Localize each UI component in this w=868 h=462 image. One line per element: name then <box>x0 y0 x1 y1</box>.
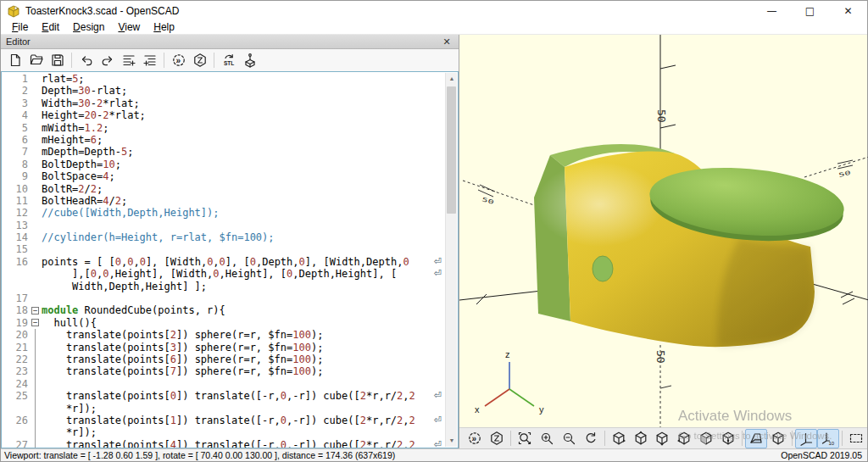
scrollbar-thumb[interactable] <box>447 86 456 214</box>
reset-view-button[interactable] <box>580 429 602 448</box>
view-back-button[interactable] <box>717 429 739 448</box>
openscad-window: ToasterKnock3.scad - OpenSCAD — □ ✕ File… <box>0 0 868 462</box>
scroll-up-icon[interactable]: ▲ <box>446 73 458 85</box>
indent-icon <box>142 53 158 68</box>
view-front-icon <box>698 431 714 446</box>
code-row[interactable]: 23 translate(points[7]) sphere(r=r, $fn=… <box>2 365 445 377</box>
editor-scrollbar[interactable]: ▲ ▼ <box>445 73 457 447</box>
preview-button[interactable]: » <box>464 429 486 448</box>
code-row[interactable]: *r]); <box>2 426 445 438</box>
view-all-icon <box>849 431 864 446</box>
menu-design[interactable]: Design <box>66 21 111 33</box>
editor-close-button[interactable]: ✕ <box>440 36 453 47</box>
undo-button[interactable] <box>75 51 97 70</box>
toolbar-separator <box>510 431 511 446</box>
code-row[interactable]: 22 translate(points[6]) sphere(r=r, $fn=… <box>2 353 445 365</box>
code-row[interactable]: 27 translate(points[4]) translate([-r,0,… <box>2 439 445 448</box>
code-row[interactable]: 13 <box>2 220 445 231</box>
code-row[interactable]: Width,Depth,Height] ]; <box>2 281 445 292</box>
code-row[interactable]: 19− hull(){ <box>2 317 445 329</box>
view-bottom-button[interactable] <box>652 429 674 448</box>
code-row[interactable]: 24 <box>2 378 445 390</box>
fold-marker-icon[interactable]: − <box>31 319 39 326</box>
code-row[interactable]: 10BoltR=2/2; <box>2 183 445 195</box>
zoom-all-button[interactable] <box>514 429 536 448</box>
code-row[interactable]: 25 translate(points[0]) translate([-r,0,… <box>2 390 445 402</box>
code-row[interactable]: 5mWidth=1.2; <box>2 122 445 134</box>
code-row[interactable]: 20 translate(points[2]) sphere(r=r, $fn=… <box>2 329 445 341</box>
open-file-button[interactable] <box>25 51 47 70</box>
view-right-button[interactable] <box>608 429 630 448</box>
code-text: ],[0,0,Height], [Width,0,Height], [0,Dep… <box>42 268 397 280</box>
code-row[interactable]: 17 <box>2 292 445 304</box>
line-number: 19 <box>2 317 31 329</box>
code-text: rlat=5; <box>42 73 85 85</box>
code-row[interactable]: 18−module RoundedCube(points, r){ <box>2 304 445 316</box>
menu-help[interactable]: Help <box>147 21 181 33</box>
code-text: Width,Depth,Height] ]; <box>42 281 207 292</box>
code-row[interactable]: 8BoltDepth=10; <box>2 159 445 170</box>
code-row[interactable]: 2Depth=30-rlat; <box>2 85 445 97</box>
line-number: 22 <box>2 353 31 365</box>
zoom-in-button[interactable] <box>536 429 558 448</box>
unindent-button[interactable] <box>118 51 139 70</box>
render-button[interactable] <box>189 51 210 70</box>
orthogonal-button[interactable] <box>767 429 789 448</box>
code-row[interactable]: 11BoltHeadR=4/2; <box>2 195 445 207</box>
code-row[interactable]: 4Height=20-2*rlat; <box>2 109 445 121</box>
close-button[interactable]: ✕ <box>829 1 867 20</box>
line-number: 15 <box>2 243 31 255</box>
perspective-button[interactable] <box>745 429 767 448</box>
render-canvas[interactable]: 50 50 50 <box>459 35 867 427</box>
scroll-down-icon[interactable]: ▼ <box>446 435 458 447</box>
code-editor[interactable]: 1rlat=5;2Depth=30-rlat;3Width=30-2*rlat;… <box>1 71 459 448</box>
line-number <box>2 268 31 280</box>
maximize-button[interactable]: □ <box>791 1 829 20</box>
fold-guide <box>35 415 36 426</box>
code-row[interactable]: 7mDepth=Depth-5; <box>2 146 445 158</box>
fold-guide <box>35 426 36 438</box>
show-axes-button[interactable] <box>795 429 817 448</box>
code-row[interactable]: *r]); <box>2 403 445 415</box>
code-row[interactable]: 21 translate(points[3]) sphere(r=r, $fn=… <box>2 342 445 353</box>
save-file-button[interactable] <box>47 51 68 70</box>
line-number <box>2 281 31 292</box>
right-axis-label: 50 <box>838 170 852 179</box>
menu-edit[interactable]: Edit <box>35 21 66 33</box>
code-text: Height=20-2*rlat; <box>42 109 146 121</box>
show-scale-markers-button[interactable]: 10 <box>817 429 839 448</box>
code-row[interactable]: 9BoltSpace=4; <box>2 170 445 182</box>
preview-button[interactable]: » <box>168 51 189 70</box>
code-row[interactable]: 6mHeight=6; <box>2 134 445 146</box>
new-file-button[interactable] <box>4 51 25 70</box>
menu-file[interactable]: File <box>5 21 35 33</box>
view-left-button[interactable] <box>673 429 695 448</box>
title-bar: ToasterKnock3.scad - OpenSCAD — □ ✕ <box>1 1 867 20</box>
code-row[interactable]: 12//cube([Width,Depth,Height]); <box>2 207 445 219</box>
view-front-button[interactable] <box>695 429 717 448</box>
view-top-button[interactable] <box>630 429 652 448</box>
zoom-out-button[interactable] <box>558 429 580 448</box>
view-all-button[interactable] <box>845 429 867 448</box>
code-row[interactable]: 1rlat=5; <box>2 73 445 85</box>
code-row[interactable]: ],[0,0,Height], [Width,0,Height], [0,Dep… <box>2 268 445 280</box>
export-stl-button[interactable]: STL <box>218 51 239 70</box>
code-row[interactable]: 14//cylinder(h=Height, r=rlat, $fn=100); <box>2 231 445 243</box>
minimize-button[interactable]: — <box>753 1 791 20</box>
code-row[interactable]: 3Width=30-2*rlat; <box>2 97 445 109</box>
code-row[interactable]: 26 translate(points[1]) translate([-r,0,… <box>2 415 445 426</box>
code-row[interactable]: 16points = [ [0,0,0], [Width,0,0], [0,De… <box>2 256 445 268</box>
undo-icon <box>79 53 94 68</box>
zoom-out-icon <box>561 431 576 446</box>
line-number: 17 <box>2 292 31 304</box>
redo-button[interactable] <box>97 51 118 70</box>
openscad-logo-icon <box>7 4 20 18</box>
code-row[interactable]: 15 <box>2 243 445 255</box>
render-button[interactable] <box>486 429 508 448</box>
toolbar-separator <box>164 53 164 68</box>
menu-view[interactable]: View <box>111 21 147 33</box>
fold-marker-icon[interactable]: − <box>31 307 39 314</box>
fold-guide <box>35 342 36 353</box>
send-to-printer-button[interactable] <box>239 51 260 70</box>
indent-button[interactable] <box>139 51 160 70</box>
